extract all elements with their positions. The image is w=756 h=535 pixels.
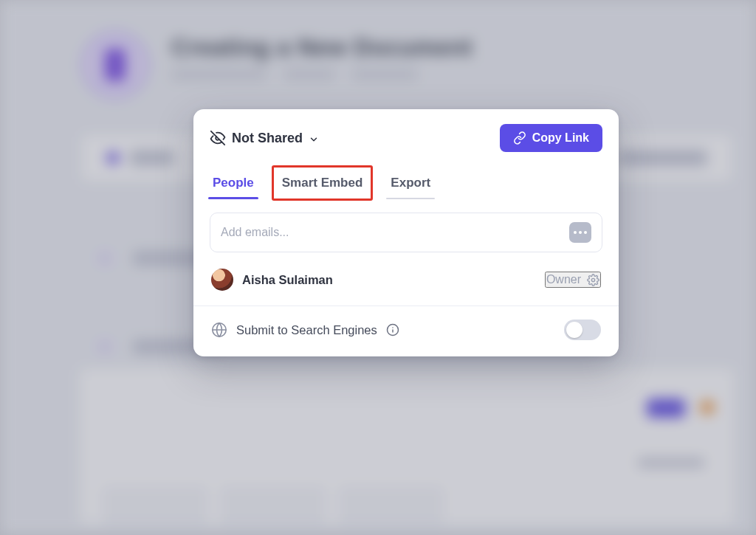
tab-export[interactable]: Export [388,168,433,199]
tab-people[interactable]: People [210,168,257,199]
chevron-down-icon [309,133,319,143]
submit-search-row: Submit to Search Engines [210,306,602,356]
contacts-picker-button[interactable] [569,222,591,243]
eye-off-icon [210,130,226,146]
gear-icon [587,274,599,286]
email-field-wrapper[interactable] [210,213,602,252]
role-dropdown[interactable]: Owner [545,272,601,288]
modal-header: Not Shared Copy Link [193,109,619,162]
copy-link-button[interactable]: Copy Link [500,124,602,152]
svg-point-1 [591,278,594,281]
info-tooltip-trigger[interactable] [386,323,400,337]
tab-people-label: People [213,176,254,190]
share-status-dropdown[interactable]: Not Shared [210,130,319,146]
tab-smart-embed-label: Smart Embed [282,176,363,190]
person-row: Aisha Sulaiman Owner [210,252,602,306]
tabs: People Smart Embed Export [193,162,619,199]
person-name: Aisha Sulaiman [242,273,333,287]
modal-body: Aisha Sulaiman Owner [193,199,619,356]
info-icon [386,323,399,336]
share-modal: Not Shared Copy Link People Smart Embed … [193,109,619,356]
copy-link-label: Copy Link [532,131,589,145]
ellipsis-icon [574,231,587,234]
toggle-knob [566,322,583,338]
tab-export-label: Export [391,176,430,190]
submit-search-toggle[interactable] [564,320,601,340]
person-role-label: Owner [546,273,581,286]
share-status-label: Not Shared [232,131,303,146]
avatar [211,269,233,291]
email-input[interactable] [221,226,562,239]
globe-icon [211,322,227,338]
link-icon [513,131,526,145]
submit-search-label: Submit to Search Engines [236,323,377,337]
tab-smart-embed[interactable]: Smart Embed [279,168,366,199]
